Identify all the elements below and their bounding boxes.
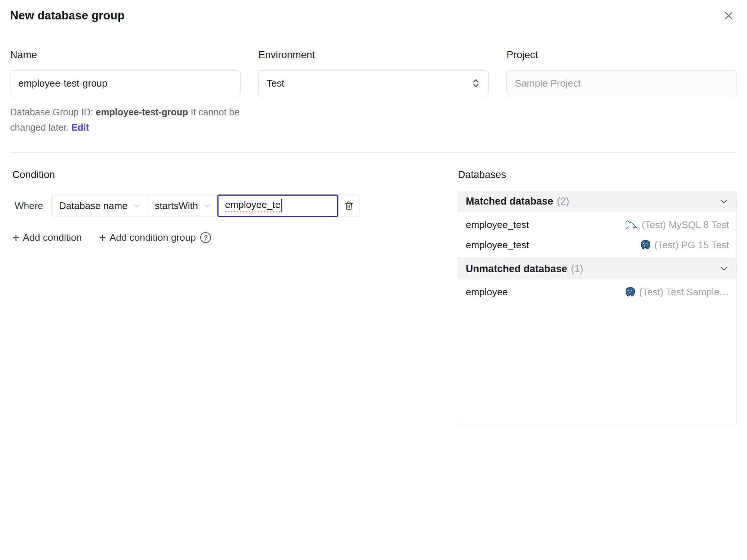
condition-operator-value: startsWith (155, 200, 198, 212)
environment-label: Environment (258, 48, 489, 62)
chevron-down-icon (719, 264, 729, 274)
database-instance-label: (Test) PG 15 Test (654, 239, 729, 251)
name-label: Name (10, 48, 241, 62)
environment-field-group: Environment Test (258, 48, 489, 96)
unmatched-database-rows: employee (Test) Test Sample… (458, 279, 737, 305)
add-condition-group-label: Add condition group (109, 232, 196, 243)
close-button[interactable] (722, 9, 736, 23)
project-label: Project (506, 48, 737, 62)
plus-icon: + (99, 233, 106, 243)
condition-section: Condition Where Database name startsWith (10, 168, 458, 426)
name-input[interactable] (10, 70, 241, 96)
main-area: Condition Where Database name startsWith (0, 153, 747, 426)
environment-select[interactable]: Test (258, 70, 489, 96)
close-icon (723, 10, 734, 21)
form-grid: Name Environment Test Project Sample Pro… (0, 31, 747, 96)
matched-database-rows: employee_test (Test) MySQL 8 Test (458, 212, 737, 258)
database-instance-label: (Test) MySQL 8 Test (642, 219, 729, 231)
add-condition-label: Add condition (23, 232, 82, 243)
condition-value-input[interactable]: employee_te (217, 195, 338, 217)
environment-value: Test (267, 78, 285, 89)
text-cursor (281, 199, 282, 212)
chevron-down-icon (133, 202, 141, 210)
matched-database-count: (2) (557, 196, 569, 207)
delete-condition-button[interactable] (338, 195, 360, 217)
id-hint-value: employee-test-group (96, 107, 188, 117)
trash-icon (344, 200, 354, 211)
postgres-icon (639, 239, 651, 251)
project-field-disabled: Sample Project (506, 70, 737, 96)
edit-id-link[interactable]: Edit (71, 122, 89, 133)
databases-heading: Databases (458, 168, 737, 181)
condition-field-value: Database name (59, 200, 128, 212)
database-instance: (Test) Test Sample… (624, 286, 729, 298)
databases-section: Databases Matched database (2) employee_… (458, 168, 737, 426)
condition-expression-group: Database name startsWith employee_te (51, 195, 360, 217)
condition-field-select[interactable]: Database name (52, 195, 148, 217)
database-name: employee_test (466, 219, 529, 231)
select-stepper-icon (471, 78, 480, 89)
help-icon[interactable]: ? (200, 232, 211, 243)
database-instance-label: (Test) Test Sample… (639, 286, 729, 298)
mysql-icon (624, 219, 638, 230)
database-row: employee_test (Test) PG 15 Test (458, 235, 737, 255)
condition-actions: + Add condition + Add condition group ? (10, 232, 458, 243)
plus-icon: + (12, 233, 19, 243)
condition-row: Where Database name startsWith employee_… (10, 195, 458, 217)
database-group-id-hint: Database Group ID: employee-test-group I… (0, 105, 262, 135)
condition-value-text: employee_te (225, 199, 280, 212)
database-row: employee_test (Test) MySQL 8 Test (458, 215, 737, 235)
name-field-group: Name (10, 48, 241, 96)
condition-operator-select[interactable]: startsWith (148, 195, 218, 217)
project-field-group: Project Sample Project (506, 48, 737, 96)
database-instance: (Test) PG 15 Test (639, 239, 729, 251)
postgres-icon (624, 286, 635, 298)
condition-heading: Condition (12, 168, 458, 181)
dialog-title: New database group (10, 9, 125, 22)
id-hint-prefix: Database Group ID: (10, 107, 96, 117)
unmatched-database-header[interactable]: Unmatched database (1) (458, 258, 737, 279)
matched-database-title: Matched database (466, 196, 553, 207)
add-condition-button[interactable]: + Add condition (12, 232, 82, 243)
chevron-down-icon (719, 196, 729, 207)
chevron-down-icon (203, 202, 211, 210)
unmatched-database-count: (1) (571, 263, 583, 275)
database-name: employee_test (466, 239, 529, 251)
database-row: employee (Test) Test Sample… (458, 282, 737, 302)
database-instance: (Test) MySQL 8 Test (624, 219, 729, 231)
databases-panel: Matched database (2) employee_test (458, 191, 737, 426)
project-value: Sample Project (515, 78, 580, 89)
unmatched-database-title: Unmatched database (466, 263, 567, 275)
dialog-header: New database group (0, 0, 747, 31)
database-name: employee (466, 286, 508, 298)
matched-database-header[interactable]: Matched database (2) (458, 191, 737, 212)
add-condition-group-button[interactable]: + Add condition group ? (99, 232, 211, 243)
where-label: Where (10, 200, 51, 212)
